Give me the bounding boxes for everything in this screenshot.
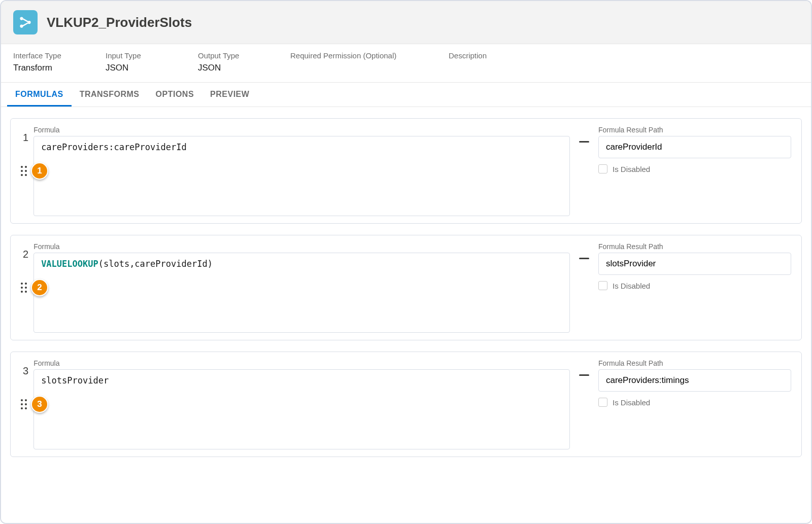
is-disabled-row: Is Disabled bbox=[598, 398, 791, 407]
formula-label: Formula bbox=[33, 359, 570, 367]
is-disabled-row: Is Disabled bbox=[598, 164, 791, 173]
formula-main: Formula careProviders:careProviderId For… bbox=[33, 126, 791, 216]
svg-point-1 bbox=[20, 24, 23, 27]
formula-input[interactable]: careProviders:careProviderId bbox=[33, 136, 570, 216]
formula-block: Formula careProviders:careProviderId bbox=[33, 126, 570, 216]
formula-card: 3 3 Formula slotsProvider Formula Result… bbox=[10, 352, 802, 457]
detail-value: JSON bbox=[106, 63, 192, 73]
annotation-badge: 1 bbox=[31, 162, 48, 180]
detail-label: Input Type bbox=[106, 51, 192, 60]
detail-description: Description bbox=[449, 51, 535, 73]
tab-options[interactable]: OPTIONS bbox=[148, 83, 202, 107]
result-block: Formula Result Path Is Disabled bbox=[598, 242, 791, 333]
tab-transforms[interactable]: TRANSFORMS bbox=[72, 83, 148, 107]
formula-input[interactable]: VALUELOOKUP(slots,careProviderId) bbox=[33, 253, 570, 333]
detail-value: JSON bbox=[198, 63, 284, 73]
is-disabled-label: Is Disabled bbox=[613, 398, 650, 407]
detail-output-type: Output Type JSON bbox=[198, 51, 284, 73]
result-path-label: Formula Result Path bbox=[598, 359, 791, 367]
app-root: VLKUP2_ProviderSlots Interface Type Tran… bbox=[0, 0, 812, 524]
tabs: FORMULAS TRANSFORMS OPTIONS PREVIEW bbox=[1, 83, 811, 107]
minus-icon[interactable] bbox=[579, 141, 589, 143]
drag-badge-stack: 1 bbox=[21, 162, 48, 180]
tab-formulas[interactable]: FORMULAS bbox=[7, 83, 72, 107]
detail-required-permission: Required Permission (Optional) bbox=[290, 51, 443, 73]
separator bbox=[577, 359, 591, 449]
detail-label: Required Permission (Optional) bbox=[290, 51, 443, 60]
is-disabled-checkbox[interactable] bbox=[598, 164, 607, 173]
detail-interface-type: Interface Type Transform bbox=[13, 51, 99, 73]
formula-text: (slots,careProviderId) bbox=[98, 259, 213, 269]
details-strip: Interface Type Transform Input Type JSON… bbox=[1, 44, 811, 83]
detail-label: Output Type bbox=[198, 51, 284, 60]
drag-handle-icon[interactable] bbox=[21, 283, 27, 293]
result-path-input[interactable] bbox=[598, 253, 791, 275]
minus-icon[interactable] bbox=[579, 258, 589, 259]
minus-icon[interactable] bbox=[579, 374, 589, 376]
separator bbox=[577, 242, 591, 333]
separator bbox=[577, 126, 591, 216]
formula-block: Formula slotsProvider bbox=[33, 359, 570, 449]
formula-function: VALUELOOKUP bbox=[41, 259, 98, 269]
formula-block: Formula VALUELOOKUP(slots,careProviderId… bbox=[33, 242, 570, 333]
content-area: 1 1 Formula careProviders:careProviderId… bbox=[1, 107, 811, 523]
result-path-label: Formula Result Path bbox=[598, 242, 791, 251]
formula-label: Formula bbox=[33, 242, 570, 251]
result-block: Formula Result Path Is Disabled bbox=[598, 359, 791, 449]
detail-input-type: Input Type JSON bbox=[106, 51, 192, 73]
is-disabled-checkbox[interactable] bbox=[598, 281, 607, 290]
tab-preview[interactable]: PREVIEW bbox=[202, 83, 257, 107]
result-path-input[interactable] bbox=[598, 369, 791, 392]
drag-badge-stack: 3 bbox=[21, 396, 48, 413]
formula-text: careProviders:careProviderId bbox=[41, 142, 187, 152]
result-path-label: Formula Result Path bbox=[598, 126, 791, 134]
is-disabled-label: Is Disabled bbox=[613, 282, 650, 290]
formula-card: 2 2 Formula VALUELOOKUP(slots,careProvid… bbox=[10, 235, 802, 340]
detail-value: Transform bbox=[13, 63, 99, 73]
result-path-input[interactable] bbox=[598, 136, 791, 158]
is-disabled-row: Is Disabled bbox=[598, 281, 791, 290]
formula-card: 1 1 Formula careProviders:careProviderId… bbox=[10, 118, 802, 224]
is-disabled-label: Is Disabled bbox=[613, 165, 650, 173]
formula-main: Formula slotsProvider Formula Result Pat… bbox=[33, 359, 791, 449]
formula-text: slotsProvider bbox=[41, 375, 109, 386]
header-bar: VLKUP2_ProviderSlots bbox=[1, 1, 811, 44]
page-title: VLKUP2_ProviderSlots bbox=[47, 15, 192, 30]
result-block: Formula Result Path Is Disabled bbox=[598, 126, 791, 216]
svg-point-0 bbox=[20, 17, 23, 20]
detail-label: Interface Type bbox=[13, 51, 99, 60]
formula-label: Formula bbox=[33, 126, 570, 134]
drag-badge-stack: 2 bbox=[21, 279, 48, 296]
integration-icon bbox=[13, 10, 38, 34]
annotation-badge: 2 bbox=[31, 279, 48, 296]
drag-handle-icon[interactable] bbox=[21, 166, 27, 176]
detail-label: Description bbox=[449, 51, 535, 60]
annotation-badge: 3 bbox=[31, 396, 48, 413]
is-disabled-checkbox[interactable] bbox=[598, 398, 607, 407]
formula-main: Formula VALUELOOKUP(slots,careProviderId… bbox=[33, 242, 791, 333]
drag-handle-icon[interactable] bbox=[21, 399, 27, 409]
formula-input[interactable]: slotsProvider bbox=[33, 369, 570, 449]
